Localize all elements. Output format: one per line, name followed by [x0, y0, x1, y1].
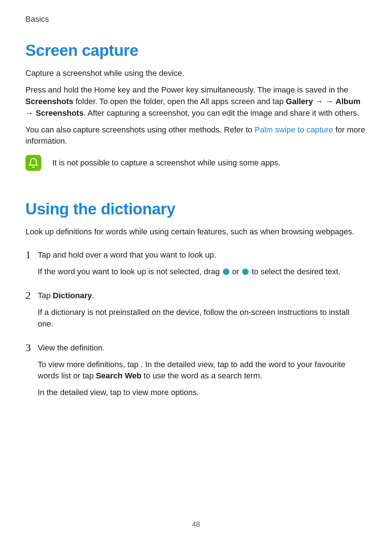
- paragraph-instructions: Press and hold the Home key and the Powe…: [25, 84, 367, 119]
- intro-paragraph-1: Capture a screenshot while using the dev…: [25, 67, 367, 79]
- bold-screenshots: Screenshots: [25, 97, 73, 106]
- step-number: 2: [25, 290, 38, 301]
- text: Tap: [38, 291, 53, 300]
- bold-gallery: Gallery: [286, 97, 313, 106]
- text: . In the detailed view, tap: [141, 360, 231, 369]
- bold-album: Album: [336, 97, 360, 106]
- step3-line2: To view more definitions, tap . In the d…: [38, 359, 367, 382]
- text: Press and hold the Home key and the Powe…: [25, 85, 348, 94]
- bold-screenshots-2: Screenshots: [36, 108, 83, 118]
- text: to select the desired text.: [249, 267, 340, 276]
- step-number: 3: [25, 342, 38, 353]
- link-palm-swipe[interactable]: Palm swipe to capture: [254, 125, 333, 134]
- selection-handle-icon: [242, 268, 249, 275]
- step-1: 1 Tap and hold over a word that you want…: [25, 249, 367, 283]
- step-body: Tap and hold over a word that you want t…: [38, 249, 367, 283]
- step2-line1: Tap Dictionary.: [38, 290, 367, 301]
- bold-dictionary: Dictionary: [53, 291, 92, 300]
- page-number: 48: [0, 520, 392, 529]
- text: You can also capture screenshots using o…: [25, 125, 254, 134]
- step1-line1: Tap and hold over a word that you want t…: [38, 249, 367, 261]
- step-number: 1: [25, 249, 38, 260]
- text: To view more definitions, tap: [38, 360, 141, 369]
- text: . After capturing a screenshot, you can …: [83, 108, 359, 118]
- text: If the word you want to look up is not s…: [38, 267, 222, 276]
- intro-paragraph-2: Look up definitions for words while usin…: [25, 226, 367, 238]
- text: folder. To open the folder, open the All…: [73, 97, 286, 106]
- step1-line2: If the word you want to look up is not s…: [38, 266, 367, 278]
- text: .: [92, 291, 94, 300]
- step-body: View the definition. To view more defini…: [38, 342, 367, 404]
- step-2: 2 Tap Dictionary. If a dictionary is not…: [25, 290, 367, 335]
- text: or: [230, 267, 242, 276]
- arrow-icon: →: [313, 97, 325, 106]
- step-body: Tap Dictionary. If a dictionary is not p…: [38, 290, 367, 335]
- chapter-label: Basics: [25, 15, 367, 24]
- step3-line1: View the definition.: [38, 342, 367, 354]
- heading-screen-capture: Screen capture: [25, 41, 367, 59]
- heading-using-dictionary: Using the dictionary: [25, 200, 367, 218]
- selection-handle-icon: [223, 268, 229, 275]
- text: to use the word as a search term.: [142, 371, 262, 380]
- bold-search-web: Search Web: [96, 371, 142, 380]
- note-bell-icon: [25, 155, 41, 171]
- note-callout: It is not possible to capture a screensh…: [25, 155, 367, 171]
- step3-line3: In the detailed view, tap to view more o…: [38, 387, 367, 398]
- arrow-icon: →: [325, 97, 335, 106]
- paragraph-other-methods: You can also capture screenshots using o…: [25, 124, 367, 147]
- step2-line2: If a dictionary is not preinstalled on t…: [38, 307, 367, 330]
- arrow-icon: →: [25, 108, 36, 118]
- note-text: It is not possible to capture a screensh…: [52, 157, 281, 169]
- step-3: 3 View the definition. To view more defi…: [25, 342, 367, 404]
